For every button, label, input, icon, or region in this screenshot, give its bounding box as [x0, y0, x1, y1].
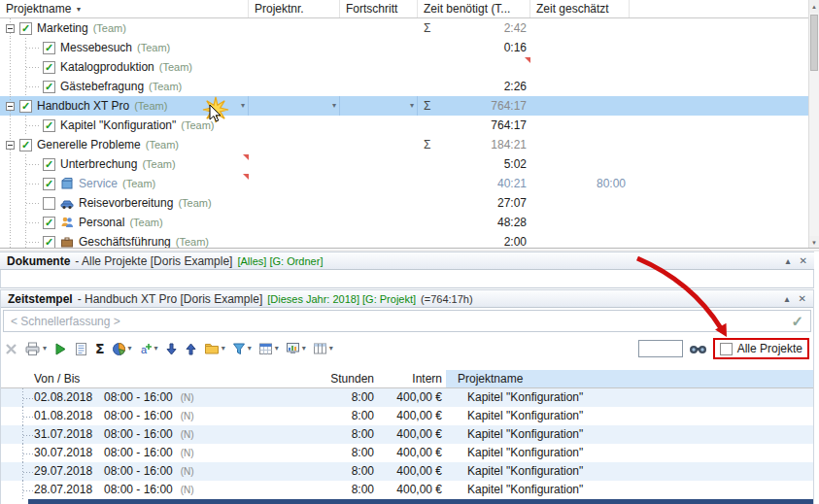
expander-icon[interactable] — [6, 24, 15, 33]
quick-entry-input[interactable]: < Schnellerfassung > ✓ — [3, 310, 811, 332]
scroll-down-button[interactable]: ▼ — [809, 236, 819, 249]
move-down-button[interactable] — [165, 342, 178, 356]
dokumente-panel-bar[interactable]: Dokumente - Alle Projekte [Doris Example… — [0, 252, 814, 270]
tree-row[interactable]: ✓Unterbrechung(Team)5:02 — [0, 154, 819, 174]
tree-guide-line — [23, 472, 33, 473]
dropdown-icon[interactable]: ▾ — [222, 345, 225, 353]
dropdown-icon[interactable]: ▾ — [241, 102, 245, 110]
quick-entry-placeholder: < Schnellerfassung > — [11, 315, 120, 328]
scroll-down-icon: ▼ — [811, 240, 817, 246]
column-header-projektname[interactable]: Projektname — [446, 370, 813, 387]
briefcase-icon — [60, 235, 75, 250]
time-range-value: 08:00 - 16:00 — [104, 481, 173, 499]
tree-row[interactable]: ✓Service(Team)40:2180:00 — [0, 174, 819, 193]
row-checkbox[interactable]: ✓ — [43, 81, 55, 93]
column-header-intern[interactable]: Intern — [378, 370, 446, 387]
row-checkbox[interactable]: ✓ — [43, 217, 55, 229]
row-checkbox[interactable]: ✓ — [19, 22, 32, 35]
intern-value: 400,00 € — [378, 425, 446, 444]
column-header-fortschritt[interactable]: Fortschritt — [340, 0, 418, 17]
row-checkbox[interactable]: ✓ — [19, 139, 32, 151]
vertical-scrollbar[interactable]: ▲ ▼ — [808, 0, 819, 249]
collapse-panel-button[interactable]: ▴ — [785, 293, 790, 304]
column-header-von-bis[interactable]: Von / Bis — [1, 370, 244, 387]
dropdown-icon[interactable]: ▾ — [43, 345, 47, 353]
projektnr-cell — [249, 232, 340, 249]
tree-row[interactable]: ✓Kapitel "Konfiguration"(Team)764:17 — [0, 116, 819, 135]
collapse-panel-button[interactable]: ▴ — [786, 255, 791, 266]
delete-button[interactable] — [5, 343, 17, 355]
row-checkbox[interactable]: ✓ — [43, 158, 55, 171]
row-checkbox[interactable]: ✓ — [43, 178, 55, 190]
table-columns-button[interactable]: ▾ — [313, 342, 333, 355]
tree-row[interactable]: ✓Geschäftsführung(Team)2:00 — [0, 232, 819, 249]
timestamp-row[interactable]: 02.08.201808:00 - 16:00(N)8:00400,00 €Ka… — [1, 388, 813, 407]
tree-row[interactable]: ✓Gästebefragung(Team)2:26 — [0, 77, 819, 96]
tree-row[interactable]: ✓Personal(Team)48:28 — [0, 213, 819, 232]
tree-row[interactable]: ✓Katalogproduktion(Team) — [0, 57, 819, 77]
row-checkbox[interactable]: ✓ — [43, 61, 55, 74]
dropdown-icon[interactable]: ▾ — [248, 345, 252, 353]
column-header-projektname[interactable]: Projektname ▼ — [0, 0, 249, 17]
calendar-week-button[interactable]: ▾ — [258, 342, 279, 355]
partially-visible-row[interactable] — [1, 499, 813, 504]
timestamp-row[interactable]: 29.07.201808:00 - 16:00(N)8:00400,00 €Ka… — [1, 462, 813, 481]
row-checkbox[interactable]: ✓ — [43, 119, 55, 132]
row-checkbox[interactable]: ✓ — [43, 236, 55, 249]
binoculars-icon[interactable] — [689, 342, 707, 355]
column-header-zeit-benoetigt[interactable]: Zeit benötigt (T... — [418, 0, 530, 17]
intern-value: 400,00 € — [378, 388, 446, 407]
dropdown-icon[interactable]: ▾ — [302, 345, 306, 353]
row-checkbox[interactable] — [43, 197, 55, 210]
column-header-stunden[interactable]: Stunden — [244, 370, 378, 387]
timestamp-row[interactable]: 30.07.201808:00 - 16:00(N)8:00400,00 €Ka… — [1, 444, 813, 462]
tree-row[interactable]: ✓Handbuch XT Pro(Team)▾▾▾Σ764:17 — [0, 96, 819, 116]
alle-projekte-checkbox[interactable] — [720, 343, 733, 355]
stunden-value: 8:00 — [244, 481, 378, 499]
column-header-zeit-geschaetzt[interactable]: Zeit geschätzt — [530, 0, 630, 17]
expander-icon[interactable] — [6, 141, 15, 150]
report-button[interactable]: ▾ — [286, 342, 306, 355]
projektname-value: Kapitel "Konfiguration" — [446, 444, 813, 462]
search-input[interactable] — [638, 340, 683, 357]
move-up-button[interactable] — [185, 342, 197, 356]
dropdown-icon[interactable]: ▾ — [154, 345, 158, 353]
folder-button[interactable]: ▾ — [204, 342, 225, 355]
von-bis-cell: 01.08.201808:00 - 16:00(N) — [1, 407, 244, 425]
dropdown-icon[interactable]: ▾ — [332, 102, 336, 110]
filter-button[interactable]: ▾ — [232, 342, 252, 355]
pie-chart-button[interactable]: ▾ — [112, 342, 132, 356]
list-button[interactable] — [74, 342, 88, 356]
scrollbar-thumb[interactable] — [810, 15, 818, 71]
scrollbar-track[interactable] — [809, 13, 819, 236]
zeitstempel-panel-bar[interactable]: Zeitstempel - Handbuch XT Pro [Doris Exa… — [1, 289, 813, 308]
column-header-projektnr[interactable]: Projektnr. — [249, 0, 340, 17]
tree-row[interactable]: ✓Marketing(Team)Σ2:42 — [0, 18, 819, 38]
tree-row[interactable]: ✓Messebesuch(Team)0:16 — [0, 38, 819, 57]
project-tree-body: ✓Marketing(Team)Σ2:42✓Messebesuch(Team)0… — [0, 18, 819, 249]
dropdown-icon[interactable]: ▾ — [128, 345, 132, 353]
row-checkbox[interactable]: ✓ — [19, 100, 32, 113]
sum-button[interactable]: Σ — [95, 341, 105, 356]
confirm-check-icon[interactable]: ✓ — [791, 313, 803, 330]
zeit-benoetigt-cell: 764:17 — [418, 116, 530, 135]
tree-row[interactable]: ✓Generelle Probleme(Team)Σ184:21 — [0, 135, 819, 154]
normal-flag: (N) — [181, 481, 194, 499]
dropdown-icon[interactable]: ▾ — [329, 345, 333, 353]
close-panel-button[interactable]: ✕ — [800, 255, 807, 266]
dropdown-icon[interactable]: ▾ — [275, 345, 279, 353]
sort-indicator-icon[interactable]: ▼ — [75, 6, 82, 13]
close-panel-button[interactable]: ✕ — [799, 293, 806, 304]
tree-row[interactable]: Reisevorbereitung(Team)27:07 — [0, 193, 819, 213]
scroll-up-button[interactable]: ▲ — [809, 0, 819, 13]
dropdown-icon[interactable]: ▾ — [410, 102, 414, 110]
fortschritt-cell — [340, 193, 418, 213]
add-quicktext-button[interactable]: a▾ — [139, 342, 158, 356]
expander-icon[interactable] — [6, 102, 15, 111]
timestamp-row[interactable]: 28.07.201808:00 - 16:00(N)8:00400,00 €Ka… — [1, 481, 813, 499]
timestamp-row[interactable]: 01.08.201808:00 - 16:00(N)8:00400,00 €Ka… — [1, 407, 813, 425]
print-button[interactable]: ▾ — [24, 341, 47, 356]
row-checkbox[interactable]: ✓ — [43, 42, 55, 54]
timestamp-row[interactable]: 31.07.201808:00 - 16:00(N)8:00400,00 €Ka… — [1, 425, 813, 444]
start-timer-button[interactable] — [53, 342, 67, 356]
